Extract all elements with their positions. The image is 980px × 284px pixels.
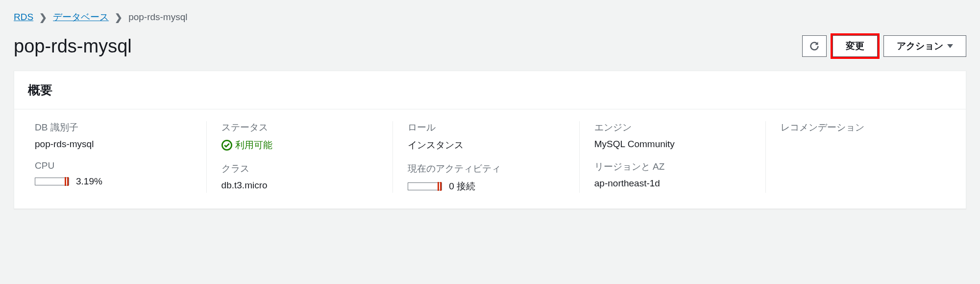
cpu-percent: 3.19% [76,176,102,187]
chevron-right-icon: ❯ [115,12,122,23]
breadcrumb-root[interactable]: RDS [14,12,33,23]
breadcrumb: RDS ❯ データベース ❯ pop-rds-mysql [14,11,966,24]
summary-col-recommendation: レコメンデーション [765,121,952,193]
cpu-gauge [35,178,69,185]
kv-value: ap-northeast-1d [594,178,751,189]
kv-value: 3.19% [35,176,192,187]
activity-gauge [408,182,442,190]
kv-value: db.t3.micro [221,180,378,191]
actions-dropdown-button[interactable]: アクション [883,35,966,57]
check-circle-icon [221,140,232,151]
kv-label: ロール [408,121,564,134]
activity-count: 0 接続 [449,180,475,193]
kv-label: ステータス [221,121,378,134]
kv-value: インスタンス [408,139,564,152]
summary-col-role: ロール インスタンス 現在のアクティビティ 0 接続 [392,121,579,193]
refresh-icon [809,41,819,51]
kv-db-identifier: DB 識別子 pop-rds-mysql [35,121,192,150]
status-text: 利用可能 [235,139,272,152]
chevron-right-icon: ❯ [39,12,47,23]
kv-label: クラス [221,162,378,175]
breadcrumb-databases[interactable]: データベース [53,11,109,24]
kv-label: 現在のアクティビティ [408,162,564,175]
kv-value: MySQL Community [594,139,751,150]
actions-label: アクション [897,40,943,52]
kv-class: クラス db.t3.micro [221,162,378,191]
refresh-button[interactable] [802,35,827,57]
summary-title: 概要 [28,82,952,98]
kv-label: エンジン [594,121,751,134]
kv-label: レコメンデーション [781,121,937,134]
summary-col-identifier: DB 識別子 pop-rds-mysql CPU 3.19% [28,121,206,193]
header-actions: 変更 アクション [802,35,966,57]
kv-region-az: リージョンと AZ ap-northeast-1d [594,160,751,189]
page-header: pop-rds-mysql 変更 アクション [14,35,966,57]
summary-col-status: ステータス 利用可能 クラス db.t3.micro [206,121,393,193]
modify-button[interactable]: 変更 [833,35,878,57]
kv-engine: エンジン MySQL Community [594,121,751,150]
kv-value: 利用可能 [221,139,378,152]
kv-activity: 現在のアクティビティ 0 接続 [408,162,564,193]
status-badge: 利用可能 [221,139,272,152]
kv-label: CPU [35,160,192,171]
page-title: pop-rds-mysql [14,36,132,57]
kv-value: pop-rds-mysql [35,139,192,150]
kv-label: DB 識別子 [35,121,192,134]
kv-label: リージョンと AZ [594,160,751,173]
breadcrumb-current: pop-rds-mysql [128,12,187,23]
kv-value: 0 接続 [408,180,564,193]
chevron-down-icon [947,44,953,48]
summary-card: 概要 DB 識別子 pop-rds-mysql CPU 3.19% [14,71,966,209]
summary-col-engine: エンジン MySQL Community リージョンと AZ ap-northe… [579,121,766,193]
kv-recommendation: レコメンデーション [781,121,937,139]
kv-cpu: CPU 3.19% [35,160,192,187]
summary-card-header: 概要 [14,71,966,109]
kv-role: ロール インスタンス [408,121,564,152]
kv-status: ステータス 利用可能 [221,121,378,152]
summary-card-body: DB 識別子 pop-rds-mysql CPU 3.19% ステータス [14,109,966,208]
